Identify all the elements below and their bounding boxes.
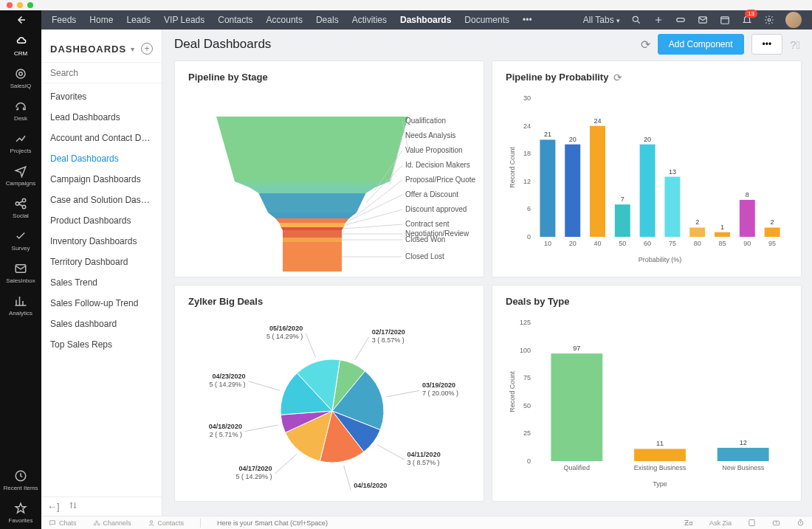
all-tabs-dropdown[interactable]: All Tabs ▾ xyxy=(583,15,620,25)
svg-text:Record Count: Record Count xyxy=(509,147,516,188)
nav-leads[interactable]: Leads xyxy=(126,15,151,25)
rail-item-analytics[interactable]: Analytics xyxy=(0,289,41,322)
nav-accounts[interactable]: Accounts xyxy=(266,15,303,25)
min-dot[interactable] xyxy=(17,2,23,8)
svg-line-34 xyxy=(344,224,403,229)
sort-icon[interactable] xyxy=(69,501,78,512)
svg-text:03/19/2020: 03/19/2020 xyxy=(422,381,455,389)
gamepad-icon[interactable] xyxy=(675,14,687,26)
collapse-icon[interactable]: ←] xyxy=(47,501,60,512)
svg-text:8: 8 xyxy=(746,191,749,198)
refresh-icon[interactable]: ⟳ xyxy=(613,72,622,83)
inbox-icon[interactable] xyxy=(772,519,780,527)
rail-item-favorites[interactable]: Favorites xyxy=(0,497,41,529)
sidebar-item[interactable]: Lead Dashboards xyxy=(41,107,162,128)
card-title: Pipeline by Probability xyxy=(506,72,608,83)
sidebar-item[interactable]: Top Sales Reps xyxy=(41,334,162,355)
svg-text:20: 20 xyxy=(569,136,577,143)
sidebar-item[interactable]: Sales dashboard xyxy=(41,314,162,334)
svg-text:50: 50 xyxy=(619,240,626,247)
plus-icon[interactable] xyxy=(653,14,664,26)
back-icon[interactable] xyxy=(0,10,41,30)
nav-activities[interactable]: Activities xyxy=(352,15,387,25)
svg-text:5 ( 14.29% ): 5 ( 14.29% ) xyxy=(354,490,390,491)
svg-point-126 xyxy=(97,523,100,525)
avatar[interactable] xyxy=(785,12,802,28)
channels-tab[interactable]: Channels xyxy=(93,519,131,527)
svg-text:04/18/2020: 04/18/2020 xyxy=(209,423,242,430)
svg-text:New Business: New Business xyxy=(722,464,765,471)
mac-titlebar xyxy=(0,0,812,10)
rail-item-desk[interactable]: Desk xyxy=(0,94,41,127)
nav-documents[interactable]: Documents xyxy=(464,15,509,25)
nav-dashboards[interactable]: Dashboards xyxy=(400,15,451,25)
add-dashboard-button[interactable]: + xyxy=(141,43,153,55)
more-options-button[interactable]: ••• xyxy=(751,34,783,55)
nav-feeds[interactable]: Feeds xyxy=(52,15,76,25)
sidebar-item[interactable]: Inventory Dashboards xyxy=(41,231,162,252)
svg-line-104 xyxy=(306,333,316,357)
nav-vip-leads[interactable]: VIP Leads xyxy=(164,15,204,25)
help-icon[interactable]: ?⃝ xyxy=(790,38,800,51)
bell-icon[interactable]: 13 xyxy=(741,14,753,26)
rail-item-projects[interactable]: Projects xyxy=(0,127,41,159)
svg-point-11 xyxy=(768,18,771,21)
svg-text:85: 85 xyxy=(718,240,726,247)
rail-item-salesinbox[interactable]: SalesInbox xyxy=(0,257,41,289)
sidebar-item[interactable]: Deal Dashboards xyxy=(41,148,162,169)
nav-deals[interactable]: Deals xyxy=(316,15,339,25)
svg-rect-8 xyxy=(677,18,685,22)
rail-item-survey[interactable]: Survey xyxy=(0,224,41,257)
calendar-icon[interactable] xyxy=(719,14,731,26)
svg-text:13: 13 xyxy=(669,168,676,176)
clock-icon[interactable] xyxy=(796,519,805,527)
rail-item-recent-items[interactable]: Recent Items xyxy=(0,464,41,497)
search-icon[interactable] xyxy=(630,14,642,26)
svg-line-86 xyxy=(387,390,420,397)
zia-icon[interactable]: Ƶɑ xyxy=(684,519,693,527)
svg-rect-80 xyxy=(765,227,780,237)
sidebar-item[interactable]: Product Dashboards xyxy=(41,210,162,231)
rail-item-campaigns[interactable]: Campaigns xyxy=(0,159,41,192)
card-pipeline-stage: Pipeline by Stage QualificationNeeds Ana… xyxy=(174,60,484,277)
nav-home[interactable]: Home xyxy=(89,15,113,25)
nav-contacts[interactable]: Contacts xyxy=(218,15,252,25)
gear-icon[interactable] xyxy=(763,14,775,26)
rail-item-crm[interactable]: CRM xyxy=(0,30,41,62)
svg-text:04/16/2020: 04/16/2020 xyxy=(354,482,387,489)
add-component-button[interactable]: Add Component xyxy=(658,34,744,55)
sidebar-item[interactable]: Sales Trend xyxy=(41,272,162,293)
mail-icon[interactable] xyxy=(697,14,709,26)
max-dot[interactable] xyxy=(27,2,33,8)
svg-rect-62 xyxy=(615,204,630,237)
sidebar-item[interactable]: Case and Solution Dash... xyxy=(41,190,162,210)
more-nav-icon[interactable]: ••• xyxy=(523,15,532,25)
sidebar-item[interactable]: Favorites xyxy=(41,86,162,107)
svg-rect-77 xyxy=(740,200,755,237)
close-dot[interactable] xyxy=(7,2,13,8)
rail-item-salesiq[interactable]: SalesIQ xyxy=(0,62,41,94)
svg-text:7 ( 20.00% ): 7 ( 20.00% ) xyxy=(422,390,458,397)
sidebar-item[interactable]: Sales Follow-up Trend xyxy=(41,293,162,314)
sidebar-item[interactable]: Account and Contact Da... xyxy=(41,128,162,148)
svg-rect-56 xyxy=(565,145,580,237)
ask-zia-button[interactable]: Ask Zia xyxy=(709,519,732,527)
main-area: Deal Dashboards ⟳ Add Component ••• ?⃝ P… xyxy=(162,30,812,516)
sidebar-search-input[interactable] xyxy=(50,68,153,78)
sidebar-item[interactable]: Territory Dashboard xyxy=(41,252,162,272)
svg-marker-30 xyxy=(279,223,345,227)
note-icon[interactable] xyxy=(748,519,756,527)
chevron-down-icon[interactable]: ▾ xyxy=(131,45,134,53)
contacts-tab[interactable]: Contacts xyxy=(148,519,185,527)
notification-badge: 13 xyxy=(745,10,757,18)
svg-text:5 ( 14.29% ): 5 ( 14.29% ) xyxy=(266,333,303,340)
svg-text:20: 20 xyxy=(569,240,577,247)
chats-tab[interactable]: Chats xyxy=(49,519,77,527)
sidebar-item[interactable]: Campaign Dashboards xyxy=(41,169,162,190)
smart-chat-input[interactable] xyxy=(217,519,365,527)
refresh-icon[interactable]: ⟳ xyxy=(641,38,650,52)
card-title: Zylker Big Deals xyxy=(188,296,470,307)
svg-text:100: 100 xyxy=(520,347,531,354)
rail-item-social[interactable]: Social xyxy=(0,192,41,224)
svg-text:75: 75 xyxy=(669,240,676,247)
